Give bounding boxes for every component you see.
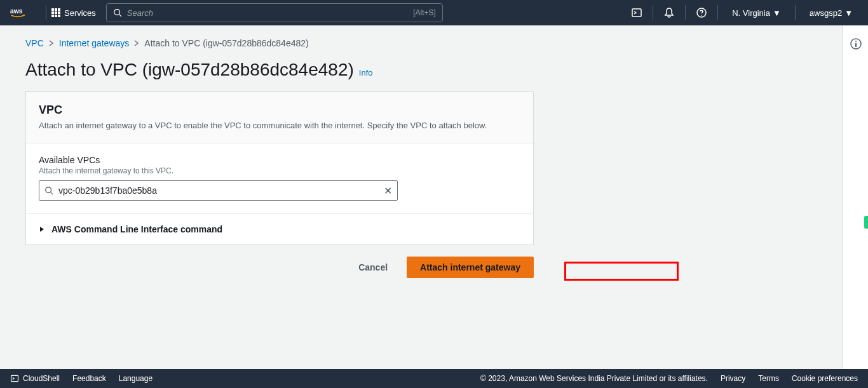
triangle-right-icon	[39, 226, 45, 232]
breadcrumb-root[interactable]: VPC	[25, 38, 44, 48]
page-title: Attach to VPC (igw-057d28b86dc84e482)	[25, 60, 354, 80]
search-icon	[44, 186, 53, 195]
divider	[717, 5, 718, 20]
svg-text:aws: aws	[10, 8, 23, 15]
cookies-link[interactable]: Cookie preferences	[792, 374, 858, 383]
services-label: Services	[64, 8, 96, 18]
search-bar[interactable]: [Alt+S]	[106, 3, 443, 22]
vpc-input[interactable]	[58, 185, 384, 196]
info-link[interactable]: Info	[359, 68, 373, 77]
footer: CloudShell Feedback Language © 2023, Ama…	[0, 369, 868, 388]
search-input[interactable]	[127, 8, 413, 18]
help-icon[interactable]	[695, 6, 709, 20]
chevron-down-icon: ▼	[773, 8, 781, 18]
divider	[795, 5, 796, 20]
language-link[interactable]: Language	[119, 374, 153, 383]
panel-body: Available VPCs Attach the internet gatew…	[26, 144, 533, 213]
cloudshell-label: CloudShell	[23, 374, 60, 383]
nav-right: N. Virginia ▼ awsgsp2 ▼	[630, 5, 858, 20]
panel-header: VPC Attach an internet gateway to a VPC …	[26, 92, 533, 144]
svg-point-5	[701, 15, 702, 16]
attach-button[interactable]: Attach internet gateway	[407, 257, 534, 278]
feedback-link[interactable]: Feedback	[72, 374, 106, 383]
side-tab[interactable]	[864, 216, 868, 229]
vpc-search[interactable]: ✕	[39, 180, 398, 201]
top-nav: aws Services [Alt+S]	[0, 0, 868, 25]
divider	[46, 5, 46, 20]
chevron-down-icon: ▼	[844, 8, 853, 18]
footer-right: © 2023, Amazon Web Services India Privat…	[480, 374, 858, 383]
search-icon	[113, 8, 122, 17]
divider	[685, 5, 686, 20]
region-dropdown[interactable]: N. Virginia ▼	[727, 8, 786, 18]
search-shortcut: [Alt+S]	[413, 8, 436, 17]
svg-point-1	[114, 10, 120, 15]
privacy-link[interactable]: Privacy	[721, 374, 745, 383]
breadcrumb-current: Attach to VPC (igw-057d28b86dc84e482)	[144, 38, 308, 48]
svg-rect-10	[855, 43, 857, 47]
panel-title: VPC	[39, 104, 520, 117]
breadcrumb-mid[interactable]: Internet gateways	[59, 38, 130, 48]
divider	[653, 5, 653, 20]
chevron-right-icon	[134, 40, 139, 46]
field-hint: Attach the internet gateway to this VPC.	[39, 166, 520, 175]
cloudshell-link[interactable]: CloudShell	[10, 374, 60, 383]
account-label: awsgsp2	[810, 8, 842, 18]
cli-label: AWS Command Line Interface command	[51, 224, 222, 234]
aws-logo[interactable]: aws	[10, 6, 31, 19]
highlight-box	[564, 262, 679, 281]
chevron-right-icon	[49, 40, 54, 46]
svg-point-9	[855, 41, 857, 42]
copyright: © 2023, Amazon Web Services India Privat…	[480, 374, 708, 383]
close-icon[interactable]: ✕	[384, 185, 392, 197]
field-label: Available VPCs	[39, 155, 520, 165]
cli-expander[interactable]: AWS Command Line Interface command	[26, 213, 533, 244]
cancel-button[interactable]: Cancel	[348, 257, 398, 278]
breadcrumb: VPC Internet gateways Attach to VPC (igw…	[0, 25, 843, 48]
account-dropdown[interactable]: awsgsp2 ▼	[804, 8, 858, 18]
region-label: N. Virginia	[732, 8, 770, 18]
panel-desc: Attach an internet gateway to a VPC to e…	[39, 121, 520, 130]
right-panel	[843, 25, 868, 369]
svg-line-7	[51, 192, 53, 195]
terms-link[interactable]: Terms	[758, 374, 779, 383]
action-row: Cancel Attach internet gateway	[25, 257, 534, 278]
cloudshell-icon[interactable]	[630, 6, 644, 20]
page-title-row: Attach to VPC (igw-057d28b86dc84e482) In…	[0, 48, 843, 91]
bell-icon[interactable]	[662, 6, 676, 20]
footer-left: CloudShell Feedback Language	[10, 374, 153, 383]
svg-line-2	[119, 15, 121, 17]
content-area: VPC Internet gateways Attach to VPC (igw…	[0, 25, 843, 369]
svg-point-6	[46, 187, 51, 193]
grid-icon	[51, 8, 60, 17]
services-button[interactable]: Services	[51, 8, 96, 18]
vpc-panel: VPC Attach an internet gateway to a VPC …	[25, 91, 534, 245]
info-icon[interactable]	[850, 38, 862, 51]
